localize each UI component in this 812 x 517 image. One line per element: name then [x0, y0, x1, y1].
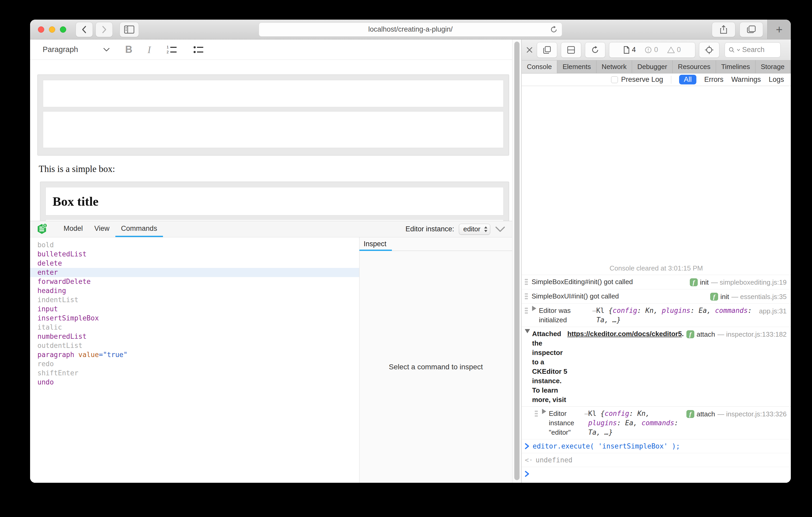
console-filter-errors[interactable]: Errors [704, 75, 724, 84]
chevron-left-icon [81, 25, 87, 34]
back-button[interactable] [76, 22, 93, 37]
ck-inspector-tab-model[interactable]: Model [58, 221, 89, 237]
new-tab-button[interactable]: + [767, 20, 791, 39]
command-item-shiftEnter[interactable]: shiftEnter [30, 368, 359, 378]
console-prompt[interactable] [522, 467, 791, 483]
reload-icon[interactable] [550, 26, 558, 33]
close-window-button[interactable] [38, 26, 44, 33]
console-filter-logs[interactable]: Logs [768, 75, 784, 84]
close-inspector-button[interactable] [526, 46, 533, 54]
italic-button[interactable]: I [148, 44, 151, 55]
console-log-row-expanded[interactable]: Attached the inspector to a CKEditor 5 i… [522, 327, 791, 407]
element-picker-button[interactable] [699, 42, 719, 58]
split-view-icon [567, 46, 575, 54]
tab-overview-button[interactable] [740, 22, 763, 37]
inspect-tab[interactable]: Inspect [359, 240, 386, 248]
active-tab-underline [359, 250, 392, 251]
console-log-row[interactable]: SimpleBoxUI#init() got called finit— ess… [522, 290, 791, 304]
editor-paragraph[interactable]: This is a simple box: [39, 163, 512, 175]
command-item-heading[interactable]: heading [30, 286, 359, 295]
box-title-text[interactable]: Box title [53, 194, 98, 209]
inspector-tab-resources[interactable]: Resources [673, 60, 716, 73]
source-location[interactable]: — simpleboxediting.js:19 [711, 278, 787, 287]
source-location[interactable]: app.js:31 [759, 306, 787, 316]
disclosure-triangle[interactable] [542, 409, 546, 414]
command-item-input[interactable]: input [30, 304, 359, 314]
paragraph-dropdown[interactable]: Paragraph [42, 45, 78, 54]
scrollbar-thumb[interactable] [514, 41, 520, 480]
command-item-undo[interactable]: undo [30, 378, 359, 387]
disclosure-triangle[interactable] [532, 306, 536, 311]
search-icon [729, 47, 735, 53]
zoom-window-button[interactable] [60, 26, 66, 33]
simple-box-description-field[interactable] [43, 111, 503, 148]
command-item-indentList[interactable]: indentList [30, 295, 359, 304]
simple-box-description-field[interactable] [46, 219, 503, 221]
source-location[interactable]: — essentials.js:35 [731, 292, 787, 301]
editor-content[interactable]: This is a simple box: Box title [30, 60, 512, 221]
inspector-tab-timelines[interactable]: Timelines [716, 60, 755, 73]
inspector-tab-elements[interactable]: Elements [557, 60, 596, 73]
command-item-forwardDelete[interactable]: forwardDelete [30, 277, 359, 286]
web-inspector-tab-bar: ConsoleElementsNetworkDebuggerResourcesT… [522, 60, 791, 73]
command-item-paragraph[interactable]: paragraph value="true" [30, 350, 359, 359]
minimize-window-button[interactable] [49, 26, 55, 33]
ckeditor-docs-link[interactable]: https://ckeditor.com/docs/ckeditor5 [568, 329, 682, 404]
command-item-italic[interactable]: italic [30, 323, 359, 332]
bulleted-list-button[interactable] [193, 45, 204, 54]
command-item-bulletedList[interactable]: bulletedList [30, 250, 359, 259]
console-filter-warnings[interactable]: Warnings [731, 75, 761, 84]
console-filter-all[interactable]: All [679, 75, 696, 84]
console-log-row-nested[interactable]: Editor instance "editor" – Kl {config: K… [522, 407, 791, 439]
inspector-tab-storage[interactable]: Storage [755, 60, 790, 73]
ck-inspector-tab-commands[interactable]: Commands [115, 221, 163, 237]
console-log-row[interactable]: SimpleBoxEditing#init() got called finit… [522, 275, 791, 290]
source-location[interactable]: — inspector.js:133:182 [718, 330, 787, 339]
console-command-row[interactable]: editor.execute( 'insertSimpleBox' ); [522, 439, 791, 453]
inspector-tab-network[interactable]: Network [597, 60, 632, 73]
dock-side-button[interactable] [537, 42, 557, 58]
checkbox-icon[interactable] [611, 76, 618, 83]
sidebar-toggle-button[interactable] [120, 22, 139, 37]
bold-button[interactable]: B [125, 44, 132, 55]
source-location[interactable]: — inspector.js:133:326 [718, 409, 787, 419]
preserve-log-toggle[interactable]: Preserve Log [611, 75, 663, 84]
web-page: Paragraph B I 12 This is a simple b [30, 39, 512, 483]
console-result-row[interactable]: <· undefined [522, 453, 791, 467]
collapse-inspector-button[interactable] [495, 226, 505, 232]
command-item-bold[interactable]: bold [30, 240, 359, 250]
command-item-outdentList[interactable]: outdentList [30, 341, 359, 350]
inspect-placeholder: Select a command to inspect [359, 251, 512, 483]
command-item-redo[interactable]: redo [30, 359, 359, 368]
inspector-tab-debugger[interactable]: Debugger [632, 60, 673, 73]
command-item-enter[interactable]: enter [30, 268, 359, 277]
forward-button[interactable] [95, 22, 113, 37]
issues-summary[interactable]: 4 0 0 [609, 42, 695, 58]
share-button[interactable] [712, 22, 735, 37]
console-filter-bar: Preserve Log AllErrorsWarningsLogs [522, 73, 791, 86]
prompt-chevron-icon [525, 442, 530, 451]
log-icon [535, 409, 539, 437]
command-item-numberedList[interactable]: numberedList [30, 332, 359, 341]
address-bar[interactable]: localhost/creating-a-plugin/ [259, 23, 562, 37]
console-log-row[interactable]: Editor was initialized – Kl {config: Kn,… [522, 304, 791, 327]
numbered-list-button[interactable]: 12 [166, 45, 178, 54]
simple-box-title-field[interactable]: Box title [46, 187, 503, 215]
page-scrollbar[interactable] [512, 39, 522, 483]
disclosure-triangle-open[interactable] [525, 329, 530, 333]
reload-page-button[interactable] [585, 42, 605, 58]
command-item-delete[interactable]: delete [30, 259, 359, 268]
inspector-search-field[interactable]: Search [725, 42, 781, 58]
inspector-tab-console[interactable]: Console [522, 60, 557, 73]
simple-box-widget[interactable] [37, 74, 509, 155]
editor-instance-select[interactable]: editor [459, 224, 490, 235]
simple-box-title-field[interactable] [43, 80, 503, 107]
console-input[interactable] [532, 469, 787, 477]
tab-overflow-button[interactable]: » [790, 60, 791, 73]
search-placeholder: Search [742, 46, 765, 54]
command-item-insertSimpleBox[interactable]: insertSimpleBox [30, 314, 359, 323]
dock-bottom-button[interactable] [561, 42, 581, 58]
ck-inspector-tab-view[interactable]: View [89, 221, 115, 237]
simple-box-widget[interactable]: Box title [40, 182, 509, 221]
chevron-down-icon[interactable] [103, 48, 110, 52]
